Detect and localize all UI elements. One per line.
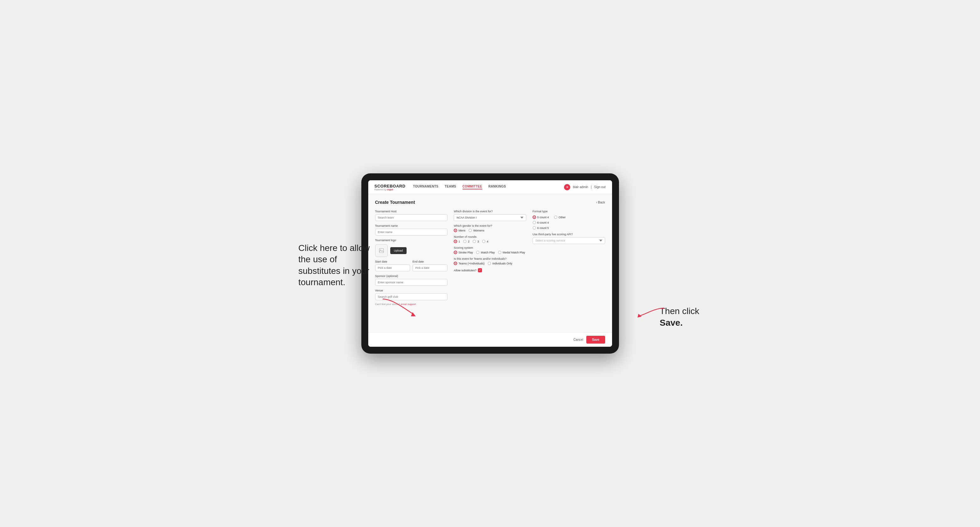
gender-womens-label: Womens xyxy=(473,229,484,232)
page-wrapper: Click here to allow the use of substitut… xyxy=(302,173,679,354)
form-col-middle: Which division is the event for? NCAA Di… xyxy=(454,210,526,306)
gender-group: Which gender is the event for? Mens Wome… xyxy=(454,224,526,232)
nav-logo: SCOREBOARD Powered by clippd xyxy=(374,184,406,190)
scoring-api-group: Use third-party live scoring API? Select… xyxy=(533,233,605,244)
rounds-3[interactable]: 3 xyxy=(473,240,479,243)
rounds-1-dot xyxy=(454,240,457,243)
teams-label: Is this event for Teams and/or Individua… xyxy=(454,257,526,260)
sponsor-input[interactable] xyxy=(375,279,448,286)
format-group: Format type 5 count 4 Other xyxy=(533,210,605,230)
gender-mens[interactable]: Mens xyxy=(454,229,465,232)
annotation-right: Then click Save. xyxy=(660,306,729,329)
scoring-stroke[interactable]: Stroke Play xyxy=(454,251,473,254)
format-label: Format type xyxy=(533,210,605,213)
form-grid: Tournament Host Tournament name Tourname… xyxy=(375,210,605,306)
tournament-name-label: Tournament name xyxy=(375,224,448,227)
nav-links: TOURNAMENTS TEAMS COMMITTEE RANKINGS xyxy=(413,185,564,189)
format-other[interactable]: Other xyxy=(554,216,566,219)
sponsor-label: Sponsor (optional) xyxy=(375,275,448,278)
division-group: Which division is the event for? NCAA Di… xyxy=(454,210,526,221)
format-other-dot xyxy=(554,216,557,219)
user-name: blair admin xyxy=(573,185,588,189)
tournament-host-group: Tournament Host xyxy=(375,210,448,221)
format-5count4-dot xyxy=(533,216,536,219)
nav-tournaments[interactable]: TOURNAMENTS xyxy=(413,185,438,189)
scoring-medal-dot xyxy=(498,251,501,254)
scoring-service-select[interactable]: Select a scoring service xyxy=(533,237,605,244)
logo-scoreboard: SCOREBOARD xyxy=(374,184,406,189)
tournament-name-group: Tournament name xyxy=(375,224,448,235)
tablet-frame: SCOREBOARD Powered by clippd TOURNAMENTS… xyxy=(361,173,619,354)
nav-teams[interactable]: TEAMS xyxy=(445,185,456,189)
date-row: Start date End date xyxy=(375,260,448,271)
gender-mens-label: Mens xyxy=(458,229,465,232)
tournament-name-input[interactable] xyxy=(375,229,448,235)
scoring-group: Scoring system Stroke Play Match Play xyxy=(454,246,526,254)
scoring-label: Scoring system xyxy=(454,246,526,249)
scoring-radio-group: Stroke Play Match Play Medal Match Play xyxy=(454,251,526,254)
scoring-medal[interactable]: Medal Match Play xyxy=(498,251,525,254)
logo-powered: Powered by clippd xyxy=(374,189,406,190)
sign-out-link[interactable]: Sign out xyxy=(594,185,606,189)
format-6count5-dot xyxy=(533,226,536,230)
avatar: B xyxy=(564,184,570,190)
rounds-radio-group: 1 2 3 xyxy=(454,240,526,243)
scoring-stroke-dot xyxy=(454,251,457,254)
rounds-2[interactable]: 2 xyxy=(463,240,469,243)
format-5count4[interactable]: 5 count 4 xyxy=(533,216,549,219)
allow-subs-checkbox[interactable]: ✓ xyxy=(478,268,482,272)
format-options: 5 count 4 Other 6 count 4 xyxy=(533,216,605,230)
save-button[interactable]: Save xyxy=(586,336,605,344)
sponsor-group: Sponsor (optional) xyxy=(375,275,448,286)
allow-subs-label[interactable]: Allow substitutes? ✓ xyxy=(454,268,526,272)
page-header: Create Tournament ‹ Back xyxy=(375,200,605,205)
rounds-group: Number of rounds 1 2 xyxy=(454,235,526,243)
rounds-4-dot xyxy=(482,240,485,243)
rounds-1[interactable]: 1 xyxy=(454,240,460,243)
tournament-host-input[interactable] xyxy=(375,214,448,221)
division-select[interactable]: NCAA Division I xyxy=(454,214,526,221)
individuals-dot xyxy=(488,262,491,265)
start-date-input[interactable] xyxy=(375,264,410,271)
teams-radio-group: Teams (+Individuals) Individuals Only xyxy=(454,262,526,265)
svg-point-3 xyxy=(380,249,381,250)
rounds-label: Number of rounds xyxy=(454,235,526,238)
form-col-left: Tournament Host Tournament name Tourname… xyxy=(375,210,448,306)
teams-plus-individuals[interactable]: Teams (+Individuals) xyxy=(454,262,485,265)
page-title: Create Tournament xyxy=(375,200,415,205)
arrow-left-icon xyxy=(380,296,417,321)
start-date-label: Start date xyxy=(375,260,410,263)
allow-subs-group: Allow substitutes? ✓ xyxy=(454,268,526,272)
form-col-right: Format type 5 count 4 Other xyxy=(533,210,605,306)
tablet-screen: SCOREBOARD Powered by clippd TOURNAMENTS… xyxy=(368,180,612,347)
gender-womens[interactable]: Womens xyxy=(468,229,484,232)
end-date-input[interactable] xyxy=(412,264,447,271)
gender-womens-dot xyxy=(468,229,472,232)
nav-rankings[interactable]: RANKINGS xyxy=(488,185,506,189)
individuals-only[interactable]: Individuals Only xyxy=(488,262,512,265)
user-separator: | xyxy=(591,185,592,189)
tournament-logo-group: Tournament logo Upload xyxy=(375,239,448,257)
format-6count4[interactable]: 6 count 4 xyxy=(533,221,605,224)
scoring-match[interactable]: Match Play xyxy=(476,251,495,254)
form-footer: Cancel Save xyxy=(368,332,612,347)
cancel-button[interactable]: Cancel xyxy=(573,338,583,341)
scoring-api-label: Use third-party live scoring API? xyxy=(533,233,605,236)
upload-button[interactable]: Upload xyxy=(390,247,407,254)
gender-mens-dot xyxy=(454,229,457,232)
venue-label: Venue xyxy=(375,289,448,292)
nav-bar: SCOREBOARD Powered by clippd TOURNAMENTS… xyxy=(368,180,612,194)
nav-user: B blair admin | Sign out xyxy=(564,184,606,190)
logo-upload-area: Upload xyxy=(375,244,448,257)
nav-committee[interactable]: COMMITTEE xyxy=(463,185,482,189)
format-6count4-dot xyxy=(533,221,536,224)
rounds-4[interactable]: 4 xyxy=(482,240,488,243)
division-label: Which division is the event for? xyxy=(454,210,526,213)
gender-label: Which gender is the event for? xyxy=(454,224,526,227)
rounds-2-dot xyxy=(463,240,466,243)
end-date-group: End date xyxy=(412,260,447,271)
checkmark-icon: ✓ xyxy=(479,269,481,271)
back-link[interactable]: ‹ Back xyxy=(596,201,605,204)
format-6count5[interactable]: 6 count 5 xyxy=(533,226,605,230)
teams-group: Is this event for Teams and/or Individua… xyxy=(454,257,526,265)
